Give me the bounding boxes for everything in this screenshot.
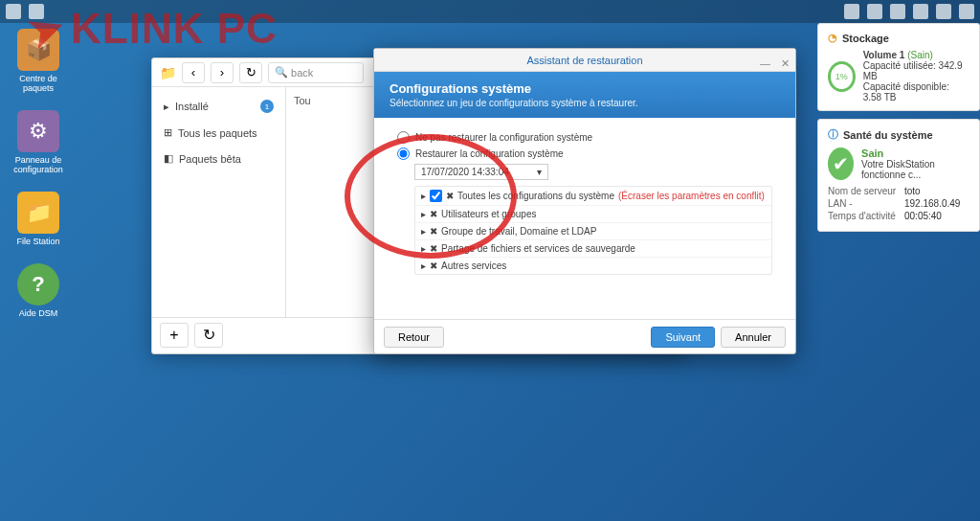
health-check-icon: ✔ bbox=[828, 147, 854, 180]
refresh-button[interactable]: ↻ bbox=[239, 62, 262, 83]
radio-input[interactable] bbox=[397, 147, 410, 160]
wizard-title-text: Assistant de restauration bbox=[526, 55, 642, 66]
sidebar-item-installed[interactable]: ▸Installé1 bbox=[152, 93, 285, 120]
search-input[interactable]: 🔍 back bbox=[268, 62, 364, 83]
expand-icon[interactable]: ▸ bbox=[421, 191, 426, 201]
expand-icon[interactable]: ▸ bbox=[421, 260, 426, 271]
desktop-icon-help[interactable]: ?Aide DSM bbox=[10, 263, 67, 318]
desktop-icon-packages[interactable]: 📦Centre de paquets bbox=[10, 29, 67, 93]
storage-title: Stockage bbox=[842, 33, 889, 44]
taskbar-user-icon[interactable] bbox=[890, 4, 905, 19]
taskbar-chat-icon[interactable] bbox=[867, 4, 882, 19]
kv-label: Nom de serveur bbox=[828, 186, 904, 196]
tools-icon: ✖ bbox=[430, 226, 437, 237]
expand-icon[interactable]: ▸ bbox=[421, 209, 426, 219]
config-tree: ▸✖Toutes les configurations du système (… bbox=[414, 186, 772, 275]
storage-widget: ◔Stockage 1% Volume 1 (Sain) Capacité ut… bbox=[817, 23, 980, 111]
taskbar-notify-icon[interactable] bbox=[936, 4, 951, 19]
sidebar-item-all[interactable]: ⊞Tous les paquets bbox=[152, 120, 285, 146]
sb-label: Tous les paquets bbox=[178, 127, 257, 139]
avail-label: Capacité disponible: bbox=[863, 81, 949, 92]
health-widget: ⓘSanté du système ✔ Sain Votre DiskStati… bbox=[817, 119, 980, 232]
taskbar-upload-icon[interactable] bbox=[844, 4, 859, 19]
taskbar bbox=[0, 0, 980, 23]
check-label: Autres services bbox=[441, 260, 506, 271]
check-label: Partage de fichiers et services de sauve… bbox=[441, 243, 635, 254]
radio-label: Ne pas restaurer la configuration systèm… bbox=[415, 132, 592, 143]
tab-label: Tou bbox=[294, 95, 311, 106]
grid-icon: ⊞ bbox=[164, 126, 172, 139]
desktop-icon-control-panel[interactable]: ⚙Panneau de configuration bbox=[10, 110, 67, 174]
badge: 1 bbox=[260, 100, 274, 113]
kv-label: LAN - bbox=[828, 198, 904, 209]
taskbar-app-icon[interactable] bbox=[29, 4, 44, 19]
di-label: File Station bbox=[16, 237, 59, 246]
check-item-sharing[interactable]: ▸✖Partage de fichiers et services de sau… bbox=[415, 240, 771, 258]
used-label: Capacité utilisée: bbox=[863, 60, 936, 71]
check-item-users[interactable]: ▸✖Utilisateurs et groupes bbox=[415, 206, 771, 223]
storage-pie: 1% bbox=[828, 61, 856, 92]
wizard-header: Configurations système Sélectionnez un j… bbox=[374, 72, 795, 118]
taskbar-widgets-icon[interactable] bbox=[959, 4, 974, 19]
add-button[interactable]: + bbox=[160, 323, 189, 348]
radio-label: Restaurer la configuration système bbox=[415, 148, 564, 159]
avail-value: 3.58 TB bbox=[863, 92, 897, 102]
wizard-header-subtitle: Sélectionnez un jeu de configurations sy… bbox=[390, 98, 780, 108]
taskbar-menu-icon[interactable] bbox=[6, 4, 21, 19]
kv-value: 00:05:40 bbox=[904, 211, 942, 221]
health-title: Santé du système bbox=[843, 129, 933, 141]
pct-value: 1% bbox=[835, 72, 848, 81]
nav-back-button[interactable]: ‹ bbox=[182, 62, 205, 83]
volume-label: Volume 1 bbox=[863, 50, 905, 60]
folder-icon: 📁 bbox=[160, 65, 176, 80]
radio-restore[interactable]: Restaurer la configuration système bbox=[397, 147, 772, 160]
kv-value: 192.168.0.49 bbox=[904, 198, 960, 209]
kv-label: Temps d'activité bbox=[828, 211, 904, 221]
expand-icon[interactable]: ▸ bbox=[421, 243, 426, 254]
sb-label: Installé bbox=[175, 101, 209, 112]
desktop-icon-file-station[interactable]: 📁File Station bbox=[10, 192, 67, 246]
info-icon: ⓘ bbox=[828, 127, 838, 142]
tools-icon: ✖ bbox=[430, 209, 437, 219]
restore-wizard-window: Assistant de restauration — ✕ Configurat… bbox=[373, 48, 796, 354]
taskbar-search-icon[interactable] bbox=[913, 4, 928, 19]
wizard-content: Ne pas restaurer la configuration systèm… bbox=[374, 118, 795, 319]
minimize-icon[interactable]: — bbox=[760, 52, 770, 75]
back-button[interactable]: Retour bbox=[384, 327, 444, 348]
search-text: back bbox=[291, 67, 313, 79]
desktop-icons: 📦Centre de paquets ⚙Panneau de configura… bbox=[10, 29, 67, 318]
tools-icon: ✖ bbox=[430, 260, 437, 271]
checkbox[interactable] bbox=[430, 190, 442, 202]
expand-icon[interactable]: ▸ bbox=[421, 226, 426, 237]
radio-input[interactable] bbox=[397, 131, 410, 144]
close-icon[interactable]: ✕ bbox=[781, 52, 790, 75]
beta-icon: ◧ bbox=[164, 152, 173, 165]
right-panel: ◔Stockage 1% Volume 1 (Sain) Capacité ut… bbox=[817, 23, 980, 239]
search-icon: 🔍 bbox=[275, 66, 288, 79]
di-label: Aide DSM bbox=[19, 308, 58, 318]
check-item-workgroup[interactable]: ▸✖Groupe de travail, Domaine et LDAP bbox=[415, 223, 771, 240]
cancel-button[interactable]: Annuler bbox=[721, 327, 786, 348]
volume-status: (Sain) bbox=[907, 50, 933, 60]
sidebar-item-beta[interactable]: ◧Paquets bêta bbox=[152, 146, 285, 171]
disk-icon: ◔ bbox=[828, 32, 837, 44]
warn-text: (Écraser les paramètres en conflit) bbox=[618, 191, 765, 201]
date-dropdown[interactable]: 17/07/2020 14:33:04▾ bbox=[414, 164, 548, 180]
di-label: Panneau de configuration bbox=[13, 155, 63, 174]
wizard-header-title: Configurations système bbox=[390, 81, 780, 96]
wizard-titlebar: Assistant de restauration — ✕ bbox=[374, 49, 795, 72]
radio-no-restore[interactable]: Ne pas restaurer la configuration systèm… bbox=[397, 131, 772, 144]
health-status: Sain bbox=[861, 147, 969, 159]
next-button[interactable]: Suivant bbox=[651, 327, 715, 348]
check-item-all[interactable]: ▸✖Toutes les configurations du système (… bbox=[415, 187, 771, 206]
refresh-footer-button[interactable]: ↻ bbox=[194, 323, 223, 348]
installed-icon: ▸ bbox=[164, 101, 169, 113]
kv-value: toto bbox=[904, 186, 921, 196]
health-msg: Votre DiskStation fonctionne c... bbox=[861, 159, 969, 180]
wizard-footer: Retour Suivant Annuler bbox=[374, 319, 795, 353]
nav-forward-button[interactable]: › bbox=[211, 62, 234, 83]
check-label: Toutes les configurations du système bbox=[457, 191, 614, 201]
check-item-other[interactable]: ▸✖Autres services bbox=[415, 258, 771, 274]
di-label: Centre de paquets bbox=[19, 74, 57, 93]
tools-icon: ✖ bbox=[446, 191, 454, 201]
